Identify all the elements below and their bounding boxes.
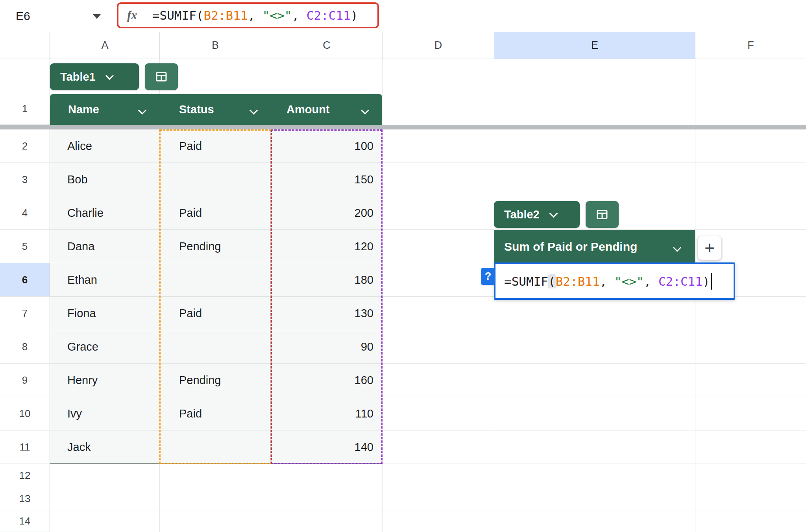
table1-header-amount[interactable]: Amount — [271, 94, 382, 125]
table1-row: Charlie Paid 200 — [50, 196, 382, 230]
chevron-down-icon — [549, 209, 558, 217]
formula-token: ( — [548, 274, 556, 288]
table1-row: Alice Paid 100 — [50, 129, 382, 163]
cell-a10[interactable]: Ivy — [50, 397, 159, 430]
table1-row: Bob 150 — [50, 163, 382, 196]
frozen-row-divider — [0, 125, 806, 129]
plus-icon: + — [704, 238, 715, 258]
cell-a7[interactable]: Fiona — [50, 297, 159, 330]
row-header-10[interactable]: 10 — [0, 397, 50, 430]
table1-bottom-border — [50, 463, 382, 464]
cell-c6[interactable]: 180 — [271, 263, 382, 296]
table1-chip-label: Table1 — [60, 70, 96, 83]
col-header-c[interactable]: C — [271, 32, 382, 59]
table1-row: Ivy Paid 110 — [50, 397, 382, 430]
col-header-f[interactable]: F — [695, 32, 806, 59]
row-header-8[interactable]: 8 — [0, 330, 50, 364]
chevron-down-icon[interactable] — [361, 106, 369, 115]
chevron-down-icon — [105, 71, 114, 79]
cell-c9[interactable]: 160 — [271, 364, 382, 397]
text-cursor — [711, 273, 712, 290]
row-header-6[interactable]: 6 — [0, 263, 50, 297]
cell-b10[interactable]: Paid — [159, 397, 271, 430]
table1-header-status-label: Status — [179, 103, 214, 116]
col-header-d[interactable]: D — [382, 32, 494, 59]
cell-b5[interactable]: Pending — [159, 230, 271, 263]
cell-c5[interactable]: 120 — [271, 230, 382, 263]
row-header-9[interactable]: 9 — [0, 364, 50, 397]
cell-b3[interactable] — [159, 163, 271, 196]
row-header-1[interactable]: 1 — [0, 59, 50, 125]
cell-c3[interactable]: 150 — [271, 163, 382, 196]
row-header-4[interactable]: 4 — [0, 196, 50, 230]
formula-token: B2:B11 — [556, 274, 600, 288]
formula-token: C2:C11 — [307, 8, 351, 22]
chevron-down-icon[interactable] — [250, 106, 258, 115]
formula-token: =SUMIF — [504, 274, 548, 288]
col-header-a[interactable]: A — [50, 32, 159, 59]
cell-c11[interactable]: 140 — [271, 430, 382, 464]
chevron-down-icon[interactable] — [673, 244, 681, 252]
cell-b8[interactable] — [159, 330, 271, 363]
formula-token: "<>" — [614, 274, 644, 288]
formula-token: B2:B11 — [203, 8, 248, 22]
formula-help-badge[interactable]: ? — [481, 268, 495, 285]
cell-a6[interactable]: Ethan — [50, 263, 159, 296]
cell-c2[interactable]: 100 — [271, 129, 382, 163]
row-header-14[interactable]: 14 — [0, 510, 50, 532]
col-header-b[interactable]: B — [159, 32, 271, 59]
cell-a9[interactable]: Henry — [50, 364, 159, 397]
table1-chip[interactable]: Table1 — [50, 63, 139, 90]
row-header-2[interactable]: 2 — [0, 129, 50, 163]
cell-b2[interactable]: Paid — [159, 129, 271, 163]
formula-token: ) — [702, 274, 710, 288]
cell-a3[interactable]: Bob — [50, 163, 159, 196]
cell-a11[interactable]: Jack — [50, 430, 159, 464]
name-box-value: E6 — [16, 9, 30, 23]
gridline-horizontal — [50, 510, 806, 510]
table2-menu-button[interactable] — [586, 201, 619, 228]
add-column-button[interactable]: + — [697, 236, 722, 260]
row-header-12[interactable]: 12 — [0, 464, 50, 487]
formula-token: ( — [196, 8, 204, 22]
row-header-11[interactable]: 11 — [0, 430, 50, 464]
table2-chip[interactable]: Table2 — [494, 201, 580, 228]
cell-c8[interactable]: 90 — [271, 330, 382, 363]
row-header-3[interactable]: 3 — [0, 163, 50, 196]
formula-token: "<>" — [263, 8, 292, 22]
cell-a2[interactable]: Alice — [50, 129, 159, 163]
name-box-dropdown-icon[interactable] — [93, 14, 101, 19]
formula-token: , — [644, 274, 658, 288]
cell-b4[interactable]: Paid — [159, 196, 271, 229]
table1-row: Grace 90 — [50, 330, 382, 364]
cell-a5[interactable]: Dana — [50, 230, 159, 263]
chevron-down-icon[interactable] — [138, 106, 146, 115]
row-header-7[interactable]: 7 — [0, 297, 50, 330]
table2-header[interactable]: Sum of Paid or Pending — [494, 230, 695, 263]
formula-token: , — [600, 274, 614, 288]
cell-b11[interactable] — [159, 430, 271, 464]
cell-a4[interactable]: Charlie — [50, 196, 159, 229]
formula-input[interactable]: =SUMIF(B2:B11, "<>", C2:C11) — [152, 8, 358, 22]
cell-c10[interactable]: 110 — [271, 397, 382, 430]
table1-header-status[interactable]: Status — [159, 94, 271, 125]
cell-c4[interactable]: 200 — [271, 196, 382, 229]
select-all-corner[interactable] — [0, 32, 50, 59]
table1-header-name[interactable]: Name — [50, 94, 159, 125]
cell-b7[interactable]: Paid — [159, 297, 271, 330]
cell-a8[interactable]: Grace — [50, 330, 159, 363]
col-header-e[interactable]: E — [494, 32, 695, 59]
row-header-5[interactable]: 5 — [0, 230, 50, 263]
table-icon — [595, 207, 609, 222]
table2-chip-label: Table2 — [504, 208, 540, 221]
row-header-13[interactable]: 13 — [0, 487, 50, 510]
table1-menu-button[interactable] — [145, 63, 178, 90]
cell-c7[interactable]: 130 — [271, 297, 382, 330]
table1-header-row: Name Status Amount — [50, 94, 382, 125]
cell-b9[interactable]: Pending — [159, 364, 271, 397]
cell-b6[interactable] — [159, 263, 271, 296]
table1-header-amount-label: Amount — [287, 103, 330, 116]
table2-header-label: Sum of Paid or Pending — [504, 240, 637, 253]
cell-editor[interactable]: =SUMIF(B2:B11, "<>", C2:C11) — [494, 262, 735, 300]
gridline-vertical — [382, 59, 383, 532]
